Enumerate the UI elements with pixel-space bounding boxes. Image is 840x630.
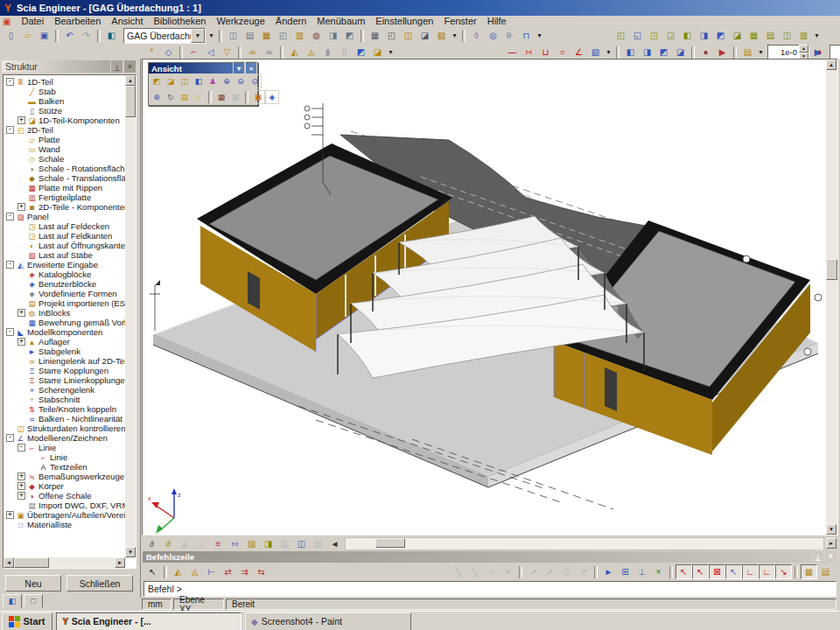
menu-item[interactable]: Hilfe xyxy=(482,16,512,27)
expand-icon[interactable]: + xyxy=(18,472,25,480)
zoom-out-icon[interactable]: ⊖ xyxy=(234,74,248,88)
tree-item[interactable]: -▨Panel xyxy=(4,212,125,221)
window-layout-icon[interactable]: ◫ xyxy=(779,28,795,43)
zoom-all-icon[interactable]: ⊛ xyxy=(150,90,164,104)
window-layout-icon[interactable]: ▦ xyxy=(746,28,762,43)
wireframe-view-icon[interactable]: ◈ xyxy=(265,90,279,104)
tree-item[interactable]: ◇Schale xyxy=(4,154,125,164)
tree-item[interactable]: ▧Last auf Stäbe xyxy=(4,250,125,260)
vertex-abs-icon[interactable]: ↗ xyxy=(525,564,542,579)
tree-item[interactable]: ATextzeilen xyxy=(4,462,125,472)
workspace-icon[interactable]: ◧ xyxy=(103,28,120,43)
paste-special-icon[interactable]: ▯ xyxy=(336,45,353,60)
tree-item[interactable]: +≒Bemaßungswerkzeuge xyxy=(4,472,125,481)
tree-item[interactable]: +◗Offene Schale xyxy=(4,491,125,500)
pointer-icon[interactable]: ↖ xyxy=(144,564,161,579)
node-labels-icon[interactable]: ∂ xyxy=(144,536,160,551)
tree-item[interactable]: +◙2D-Teile - Komponenten xyxy=(4,202,125,212)
tree-item[interactable]: ▥Fertigteilplatte xyxy=(4,192,125,202)
ruler-icon[interactable]: ⊪ xyxy=(501,28,518,43)
panel-pin-icon[interactable]: ⊤ xyxy=(110,60,123,74)
expand-icon[interactable]: + xyxy=(18,338,25,346)
window-dropdown-arrow-icon[interactable]: ▾ xyxy=(812,28,822,43)
tree-item[interactable]: ≃Liniengelenk auf 2D-Teil xyxy=(4,356,125,366)
save-icon[interactable]: ▣ xyxy=(36,28,52,43)
plane-indicator[interactable]: Ebene XY xyxy=(173,598,224,610)
tree-item[interactable]: ▬Balken xyxy=(4,96,125,106)
document-icon[interactable]: ◪ xyxy=(416,28,433,43)
select-cursor-icon[interactable]: ◁ xyxy=(202,45,219,60)
tree-item[interactable]: ▭Wand xyxy=(4,144,125,154)
skew-mode-icon[interactable]: × xyxy=(650,564,667,579)
line-grid-icon[interactable]: ▤ xyxy=(817,564,834,579)
tree-item[interactable]: ◗Schale - Rotationsfläche xyxy=(4,164,125,173)
palette-close-icon[interactable]: × xyxy=(245,61,257,76)
batch-analysis-icon[interactable]: ▤ xyxy=(242,28,258,43)
tree-item[interactable]: ◲Last auf Feldkanten xyxy=(4,231,125,241)
polyline-tool-icon[interactable]: ∺ xyxy=(521,45,537,60)
tree-item[interactable]: ▤Projekt importieren (ESA-Datei) xyxy=(4,298,125,308)
tree-item[interactable]: +◆Körper xyxy=(4,481,125,491)
new-icon[interactable]: ▯ xyxy=(3,28,19,43)
model-viewport[interactable]: z x y Ansicht ▾× ◩◪◫◧♟⊕⊖⊙ ⊛↻▤○▦▦▣◈ ▲ ▼ xyxy=(142,59,838,536)
fly-mode-icon[interactable]: ▶ xyxy=(714,45,731,60)
select-line-icon[interactable]: ⌐ xyxy=(186,45,202,60)
print-icon[interactable]: ▦ xyxy=(367,28,383,43)
snap-mode-intersection-icon[interactable]: ⊠ xyxy=(709,564,725,579)
panel-close-icon[interactable]: × xyxy=(123,60,136,74)
viewport-vertical-scrollbar[interactable]: ▲ ▼ xyxy=(826,60,837,535)
frame-xy-icon[interactable]: ◩ xyxy=(341,28,358,43)
snap-intersection-icon[interactable]: ⇆ xyxy=(253,564,270,579)
render-toggle-icon[interactable]: ≡ xyxy=(210,536,227,551)
palette-menu-icon[interactable]: ▾ xyxy=(233,61,245,76)
dock-tab-structure[interactable]: ◧ xyxy=(3,594,22,607)
panel-close-icon[interactable]: × xyxy=(824,550,837,564)
struktur-panel-header[interactable]: Struktur ⊤× xyxy=(2,60,136,73)
light-icon[interactable]: ○ xyxy=(192,90,206,104)
tree-item[interactable]: ◐Last auf Öffnungskanten xyxy=(4,241,125,250)
tree-item[interactable]: +◍InBlocks xyxy=(4,308,125,318)
window-layout-icon[interactable]: ◪ xyxy=(729,28,746,43)
menu-item[interactable]: Datei xyxy=(16,16,49,27)
tree-item[interactable]: ΞStarre Linienkopplungen xyxy=(4,375,125,385)
ucs-icon[interactable]: ⊓ xyxy=(518,28,535,43)
scrollbar-thumb[interactable] xyxy=(125,86,136,117)
view-folder-icon[interactable]: ▤ xyxy=(178,90,192,104)
export-icon[interactable]: ▧ xyxy=(433,28,450,43)
tree-item[interactable]: ΞStarre Kopplungen xyxy=(4,366,125,375)
window-layout-icon[interactable]: ◲ xyxy=(662,28,679,43)
menu-item[interactable]: Ansicht xyxy=(106,16,148,27)
model-3d-scene[interactable]: z x y xyxy=(143,60,826,535)
project-combobox[interactable]: GAG Überdachung1 ▼ xyxy=(123,28,206,44)
count-spinner[interactable]: 2 ▲▼ xyxy=(830,45,840,60)
collapse-icon[interactable]: - xyxy=(6,78,14,86)
tree-item[interactable]: ≍Balken - Nichtlinearität xyxy=(4,414,125,424)
snap-perpendicular-icon[interactable]: ⊢ xyxy=(203,564,220,579)
window-layout-icon[interactable]: ▥ xyxy=(795,28,812,43)
snap-endpoint-icon[interactable]: ◬ xyxy=(186,564,203,579)
clip-toggle-icon[interactable]: ▤ xyxy=(310,536,326,551)
angle-tool-icon[interactable]: ∠ xyxy=(570,45,587,60)
snap-extension-icon[interactable]: ⇉ xyxy=(236,564,253,579)
tree-item[interactable]: □Materialliste xyxy=(4,520,125,529)
schliessen-button[interactable]: Schließen xyxy=(66,575,133,592)
expand-icon[interactable]: + xyxy=(6,511,14,519)
menu-item[interactable]: Menübaum xyxy=(312,16,370,27)
select-polygon-icon[interactable]: ▽ xyxy=(219,45,235,60)
redo-icon[interactable]: ↷ xyxy=(78,28,94,43)
collapse-icon[interactable]: - xyxy=(6,126,14,134)
scroll-up-icon[interactable]: ▲ xyxy=(826,60,836,70)
tree-item[interactable]: -◣Modellkomponenten xyxy=(4,327,125,337)
scrollbar-thumb[interactable] xyxy=(375,538,405,548)
expand-icon[interactable]: + xyxy=(18,482,25,490)
solver-icon[interactable]: ▦ xyxy=(258,28,275,43)
zoom-document-icon[interactable]: ◎ xyxy=(485,28,501,43)
tree-item[interactable]: -∠Modellieren/Zeichnen xyxy=(4,433,125,443)
undo-icon[interactable]: ↶ xyxy=(61,28,78,43)
scroll-down-icon[interactable]: ▼ xyxy=(125,547,136,557)
move-geometry-icon[interactable]: ◬ xyxy=(303,45,319,60)
scroll-left-icon[interactable]: ◄ xyxy=(4,557,14,568)
menu-item[interactable]: Werkzeuge xyxy=(211,16,270,27)
tree-item[interactable]: -◰2D-Teil xyxy=(4,125,125,135)
globe-icon[interactable]: ◍ xyxy=(308,28,325,43)
